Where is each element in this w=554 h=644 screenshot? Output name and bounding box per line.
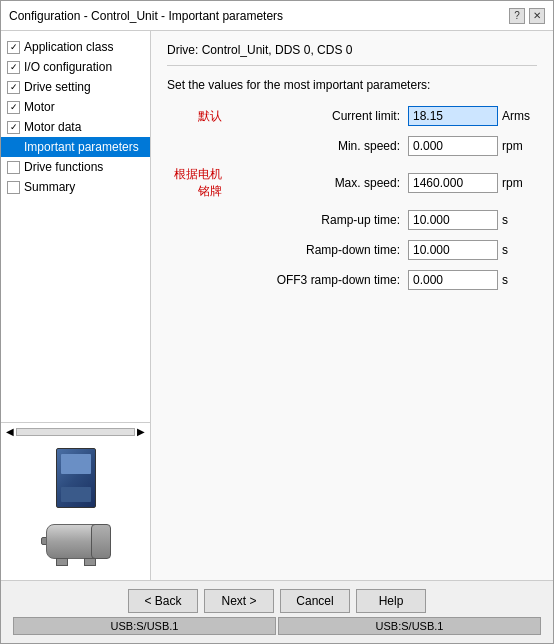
param-row-5: OFF3 ramp-down time:s <box>167 270 537 290</box>
checkbox-motor-data[interactable] <box>7 121 20 134</box>
sidebar-item-label-motor: Motor <box>24 100 55 114</box>
param-label-4: Ramp-down time: <box>228 243 408 257</box>
sidebar-item-application-class[interactable]: Application class <box>1 37 150 57</box>
motor-device-image <box>41 516 111 566</box>
window-title: Configuration - Control_Unit - Important… <box>9 9 283 23</box>
param-row-2: 根据电机铭牌Max. speed:rpm <box>167 166 537 200</box>
sidebar-item-label-drive-setting: Drive setting <box>24 80 91 94</box>
sidebar-item-label-application-class: Application class <box>24 40 113 54</box>
bottom-bar: < Back Next > Cancel Help USB:S/USB.1 US… <box>1 580 553 643</box>
status-bar: USB:S/USB.1 USB:S/USB.1 <box>13 617 541 635</box>
checkbox-drive-setting[interactable] <box>7 81 20 94</box>
sidebar-item-motor[interactable]: Motor <box>1 97 150 117</box>
param-input-4[interactable] <box>408 240 498 260</box>
param-label-1: Min. speed: <box>228 139 408 153</box>
motor-fan <box>91 524 111 559</box>
button-row: < Back Next > Cancel Help <box>13 589 541 613</box>
param-label-0: Current limit: <box>228 109 408 123</box>
param-label-3: Ramp-up time: <box>228 213 408 227</box>
param-input-1[interactable] <box>408 136 498 156</box>
main-content: Drive: Control_Unit, DDS 0, CDS 0 Set th… <box>151 31 553 580</box>
drive-label: Drive: Control_Unit, DDS 0, CDS 0 <box>167 43 537 66</box>
param-input-0[interactable] <box>408 106 498 126</box>
sidebar-scrollbar[interactable]: ◀ ▶ <box>1 422 150 440</box>
param-row-1: Min. speed:rpm <box>167 136 537 156</box>
param-hint-2: 根据电机铭牌 <box>167 166 222 200</box>
title-bar: Configuration - Control_Unit - Important… <box>1 1 553 31</box>
param-unit-5: s <box>502 273 537 287</box>
param-unit-0: Arms <box>502 109 537 123</box>
sidebar-item-io-configuration[interactable]: I/O configuration <box>1 57 150 77</box>
close-button[interactable]: ✕ <box>529 8 545 24</box>
scroll-bar[interactable] <box>16 428 135 436</box>
param-label-2: Max. speed: <box>228 176 408 190</box>
param-row-0: 默认Current limit:Arms <box>167 106 537 126</box>
param-unit-3: s <box>502 213 537 227</box>
title-bar-controls: ? ✕ <box>509 8 545 24</box>
checkbox-motor[interactable] <box>7 101 20 114</box>
param-label-5: OFF3 ramp-down time: <box>228 273 408 287</box>
checkbox-summary[interactable] <box>7 181 20 194</box>
param-unit-4: s <box>502 243 537 257</box>
param-row-4: Ramp-down time:s <box>167 240 537 260</box>
motor-feet <box>56 558 96 566</box>
sidebar-item-label-motor-data: Motor data <box>24 120 81 134</box>
sidebar-item-important-parameters[interactable]: Important parameters <box>1 137 150 157</box>
back-button[interactable]: < Back <box>128 589 198 613</box>
param-input-5[interactable] <box>408 270 498 290</box>
param-input-3[interactable] <box>408 210 498 230</box>
checkbox-io-configuration[interactable] <box>7 61 20 74</box>
param-table: 默认Current limit:ArmsMin. speed:rpm根据电机铭牌… <box>167 106 537 290</box>
sidebar-item-drive-functions[interactable]: Drive functions <box>1 157 150 177</box>
content-area: Application classI/O configurationDrive … <box>1 31 553 580</box>
status-right: USB:S/USB.1 <box>278 617 541 635</box>
help-button[interactable]: ? <box>509 8 525 24</box>
param-row-3: Ramp-up time:s <box>167 210 537 230</box>
sidebar-item-label-drive-functions: Drive functions <box>24 160 103 174</box>
status-left: USB:S/USB.1 <box>13 617 276 635</box>
scroll-left-arrow[interactable]: ◀ <box>4 426 16 437</box>
checkbox-application-class[interactable] <box>7 41 20 54</box>
sidebar-item-drive-setting[interactable]: Drive setting <box>1 77 150 97</box>
help-button-bottom[interactable]: Help <box>356 589 426 613</box>
motor-foot-right <box>84 558 96 566</box>
scroll-right-arrow[interactable]: ▶ <box>135 426 147 437</box>
param-unit-2: rpm <box>502 176 537 190</box>
section-title: Set the values for the most important pa… <box>167 78 537 92</box>
param-input-2[interactable] <box>408 173 498 193</box>
cancel-button[interactable]: Cancel <box>280 589 350 613</box>
main-window: Configuration - Control_Unit - Important… <box>0 0 554 644</box>
sidebar-item-label-summary: Summary <box>24 180 75 194</box>
sidebar-item-summary[interactable]: Summary <box>1 177 150 197</box>
sidebar-item-motor-data[interactable]: Motor data <box>1 117 150 137</box>
sidebar-item-label-important-parameters: Important parameters <box>24 140 139 154</box>
sidebar-item-label-io-configuration: I/O configuration <box>24 60 112 74</box>
motor-foot-left <box>56 558 68 566</box>
sidebar: Application classI/O configurationDrive … <box>1 31 151 580</box>
param-unit-1: rpm <box>502 139 537 153</box>
drive-device-image <box>56 448 96 508</box>
param-hint-0: 默认 <box>167 108 222 125</box>
next-button[interactable]: Next > <box>204 589 274 613</box>
sidebar-images <box>1 440 150 574</box>
checkbox-drive-functions[interactable] <box>7 161 20 174</box>
